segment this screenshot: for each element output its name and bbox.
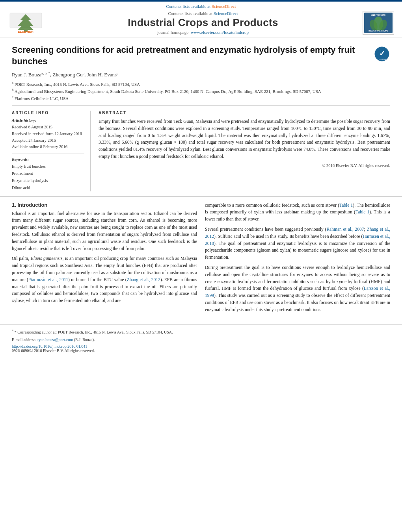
article-title: Screening conditions for acid pretreatme…: [12, 44, 370, 67]
ref-zhang2012[interactable]: Zhang et al., 2012: [127, 277, 160, 282]
journal-logo: INDUSTRIAL CROPS AND PRODUCTS: [363, 11, 394, 35]
author-gu: Zhengrong Gub: [52, 72, 84, 78]
svg-text:AND PRODUCTS: AND PRODUCTS: [371, 14, 385, 16]
affiliations: a POET Research, Inc., 4615 N. Lewis Ave…: [12, 80, 370, 102]
intro-right-para-3: During pretreatment the goal is to have …: [205, 264, 390, 313]
history-item-2: Accepted 24 January 2016: [12, 137, 84, 144]
contents-available-text: Contents lists available at ScienceDirec…: [43, 11, 363, 16]
footnote-star: *: [12, 329, 13, 333]
ref-rahman[interactable]: Rahman et al., 2007: [326, 227, 364, 232]
article-history-title: Article history:: [12, 118, 84, 122]
history-item-1: Received in revised form 12 January 2016: [12, 131, 84, 137]
ref-piarpuzan[interactable]: Piarpuzán et al., 2011: [28, 277, 68, 282]
email-suffix: (R.J. Bouza).: [74, 337, 95, 342]
keyword-1: Pretreatment: [12, 170, 84, 177]
email-label: E-mail address:: [12, 337, 36, 342]
svg-text:ELSEVIER: ELSEVIER: [18, 30, 34, 33]
author-bouza-sup: a, b, *: [41, 71, 50, 75]
contents-text: Contents lists available at: [166, 4, 210, 9]
svg-text:INDUSTRIAL CROPS: INDUSTRIAL CROPS: [368, 30, 388, 32]
affiliation-c: c Flatirons Cellulosic LLC, USA: [12, 95, 370, 102]
article-title-section: Screening conditions for acid pretreatme…: [0, 37, 402, 106]
sciencedirect-header-link[interactable]: ScienceDirect: [214, 11, 238, 16]
authors: Ryan J. Bouzaa, b, *, Zhengrong Gub, Joh…: [12, 71, 370, 78]
affiliation-b: b Agricultural and Biosystems Engineerin…: [12, 87, 370, 95]
species-name: Elaeis guineensis: [31, 256, 63, 261]
issn-text: 0926-6690/© 2016 Elsevier B.V. All right…: [12, 348, 390, 353]
header-area: ELSEVIER Contents lists available at Sci…: [0, 9, 402, 37]
abstract-section: ABSTRACT Empty fruit bunches were receiv…: [99, 111, 390, 191]
journal-homepage: journal homepage: www.elsevier.com/locat…: [43, 30, 363, 35]
affiliation-a: a POET Research, Inc., 4615 N. Lewis Ave…: [12, 80, 370, 87]
author-bouza: Ryan J. Bouzaa, b, *: [12, 72, 50, 78]
article-info-heading: ARTICLE INFO: [12, 111, 84, 115]
footer-section: * * Corresponding author at: POET Resear…: [0, 324, 402, 356]
intro-number: 1.: [12, 202, 16, 208]
doi-link[interactable]: http://dx.doi.org/10.1016/j.indcrop.2016…: [12, 344, 87, 348]
intro-heading: Introduction: [17, 202, 47, 208]
homepage-link[interactable]: www.elsevier.com/locate/indcrop: [191, 30, 249, 35]
main-content: 1. Introduction Ethanol is an important …: [0, 196, 402, 321]
keyword-0: Empty fruit bunches: [12, 163, 84, 170]
elsevier-logo: ELSEVIER: [8, 11, 43, 35]
ref-table1-2[interactable]: Table 1: [355, 209, 369, 214]
author-gu-sup: b: [83, 71, 85, 75]
abstract-text: Empty fruit bunches were received from T…: [99, 118, 390, 160]
intro-para-2: Oil palm, Elaeis guineensis, is an impor…: [12, 255, 197, 304]
svg-text:CrossMark: CrossMark: [378, 59, 387, 61]
article-title-text: Screening conditions for acid pretreatme…: [12, 44, 370, 102]
main-right-column: comparable to a more common cellulosic f…: [205, 202, 390, 317]
journal-title: Industrial Crops and Products: [43, 17, 363, 29]
main-left-column: 1. Introduction Ethanol is an important …: [12, 202, 197, 317]
doi-text[interactable]: http://dx.doi.org/10.1016/j.indcrop.2016…: [12, 344, 390, 348]
intro-para-1: Ethanol is an important fuel alternative…: [12, 210, 197, 252]
history-item-0: Received 6 August 2015: [12, 124, 84, 131]
author-evans-sup: c: [117, 71, 118, 75]
ref-table1-1[interactable]: Table 1: [339, 203, 353, 208]
abstract-heading: ABSTRACT: [99, 111, 390, 115]
footnote-email: E-mail address: ryan.bouza@poet.com (R.J…: [12, 337, 390, 343]
article-info-column: ARTICLE INFO Article history: Received 6…: [12, 111, 91, 191]
email-link[interactable]: ryan.bouza@poet.com: [37, 337, 73, 342]
keywords-list: Empty fruit bunches Pretreatment Enzymat…: [12, 163, 84, 191]
author-evans: John H. Evansc: [87, 72, 118, 78]
article-history-items: Received 6 August 2015 Received in revis…: [12, 124, 84, 150]
footnote-corresponding: * * Corresponding author at: POET Resear…: [12, 329, 390, 335]
intro-title: 1. Introduction: [12, 202, 197, 208]
keyword-3: Dilute acid: [12, 184, 84, 191]
keywords-title: Keywords:: [12, 157, 84, 161]
article-info-abstract: ARTICLE INFO Article history: Received 6…: [0, 106, 402, 196]
ref-larsson[interactable]: Larsson et al., 1999: [205, 286, 390, 298]
intro-right-para-1: comparable to a more common cellulosic f…: [205, 202, 390, 223]
sciencedirect-link[interactable]: ScienceDirect: [212, 4, 236, 9]
abstract-copyright: © 2016 Elsevier B.V. All rights reserved…: [99, 163, 390, 168]
svg-text:✓: ✓: [379, 50, 385, 57]
history-item-3: Available online 8 February 2016: [12, 144, 84, 150]
corresponding-note: * Corresponding author at: POET Research…: [15, 330, 173, 334]
journal-link-bar: Contents lists available at ScienceDirec…: [0, 2, 402, 9]
ref-harmsen[interactable]: Harmsen et al., 2010: [205, 234, 390, 246]
info-divider: [12, 154, 84, 154]
header-center: Contents lists available at ScienceDirec…: [43, 11, 363, 35]
homepage-label: journal homepage:: [157, 30, 190, 35]
crossmark-badge[interactable]: ✓ CrossMark: [374, 46, 390, 62]
keyword-2: Enzymatic hydrolysis: [12, 177, 84, 184]
intro-right-para-2: Several pretreatment conditions have bee…: [205, 226, 390, 261]
